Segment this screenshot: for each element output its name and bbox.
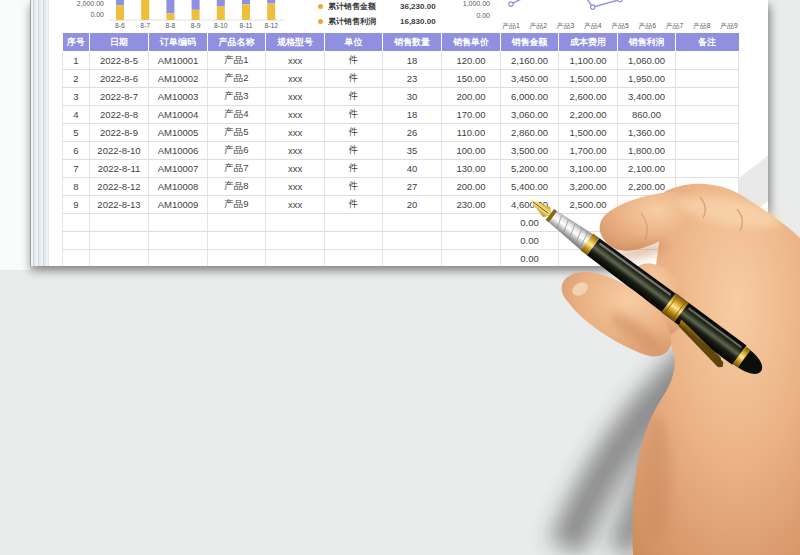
table-cell[interactable]	[208, 232, 266, 250]
table-cell[interactable]	[90, 232, 149, 250]
line-marker[interactable]	[591, 5, 595, 9]
table-cell[interactable]: xxx	[266, 178, 325, 196]
table-cell[interactable]: AM10006	[149, 142, 208, 160]
table-cell[interactable]: 件	[325, 160, 383, 178]
table-cell[interactable]: 18	[383, 52, 442, 70]
table-cell[interactable]: 3	[63, 88, 90, 106]
table-cell[interactable]: AM10004	[149, 106, 208, 124]
sales-bar-chart[interactable]: 8-68-78-88-98-108-118-12	[108, 0, 288, 30]
column-header[interactable]: 成本费用	[559, 33, 618, 52]
table-cell[interactable]: 产品3	[208, 88, 266, 106]
table-cell[interactable]: 2	[63, 70, 90, 88]
table-cell[interactable]: 产品2	[208, 70, 266, 88]
column-header[interactable]: 销售利润	[618, 33, 676, 52]
table-cell[interactable]: 件	[325, 196, 383, 214]
table-cell[interactable]	[325, 250, 383, 267]
table-cell[interactable]: 件	[325, 124, 383, 142]
table-cell[interactable]: 2022-8-6	[90, 70, 149, 88]
table-cell[interactable]: 件	[325, 70, 383, 88]
column-header[interactable]: 销售金额	[501, 33, 559, 52]
table-cell[interactable]: 产品9	[208, 196, 266, 214]
bar-segment-amount[interactable]	[217, 0, 225, 7]
table-cell[interactable]	[208, 250, 266, 267]
table-cell[interactable]: 件	[325, 88, 383, 106]
table-cell[interactable]	[63, 214, 90, 232]
table-cell[interactable]	[208, 214, 266, 232]
table-cell[interactable]	[676, 52, 739, 70]
table-cell[interactable]: 150.00	[442, 70, 501, 88]
table-cell[interactable]: AM10001	[149, 52, 208, 70]
table-cell[interactable]: 产品7	[208, 160, 266, 178]
column-header[interactable]: 日期	[90, 33, 149, 52]
table-cell[interactable]: AM10005	[149, 124, 208, 142]
column-header[interactable]: 销售单价	[442, 33, 501, 52]
table-cell[interactable]: 2,160.00	[501, 52, 559, 70]
table-cell[interactable]: 产品8	[208, 178, 266, 196]
table-cell[interactable]: 2022-8-9	[90, 124, 149, 142]
legend-item-sales-profit[interactable]: 累计销售利润 16,830.00	[318, 15, 436, 27]
table-cell[interactable]	[676, 88, 739, 106]
table-cell[interactable]: 4	[63, 106, 90, 124]
table-cell[interactable]: 7	[63, 160, 90, 178]
table-cell[interactable]: 9	[63, 196, 90, 214]
table-cell[interactable]: 2022-8-12	[90, 178, 149, 196]
table-cell[interactable]: 2,600.00	[559, 88, 618, 106]
table-cell[interactable]: 120.00	[442, 52, 501, 70]
table-cell[interactable]	[325, 214, 383, 232]
table-cell[interactable]: 23	[383, 70, 442, 88]
bar-segment-amount[interactable]	[116, 0, 124, 5]
table-cell[interactable]: 1,060.00	[618, 52, 676, 70]
table-cell[interactable]: xxx	[266, 142, 325, 160]
table-cell[interactable]	[266, 232, 325, 250]
bar-segment-profit[interactable]	[192, 10, 200, 20]
table-cell[interactable]: AM10007	[149, 160, 208, 178]
column-header[interactable]: 产品名称	[208, 33, 266, 52]
table-cell[interactable]: 产品4	[208, 106, 266, 124]
legend-item-sales-amount[interactable]: 累计销售金额 36,230.00	[318, 0, 436, 12]
table-cell[interactable]	[325, 232, 383, 250]
table-cell[interactable]: 产品5	[208, 124, 266, 142]
table-cell[interactable]: 2022-8-8	[90, 106, 149, 124]
table-cell[interactable]: xxx	[266, 106, 325, 124]
table-cell[interactable]: xxx	[266, 124, 325, 142]
table-cell[interactable]: 件	[325, 178, 383, 196]
line-marker[interactable]	[509, 2, 513, 6]
table-cell[interactable]: 1,100.00	[559, 52, 618, 70]
table-cell[interactable]	[149, 214, 208, 232]
column-header[interactable]: 销售数量	[383, 33, 442, 52]
table-cell[interactable]	[266, 214, 325, 232]
table-cell[interactable]: 产品1	[208, 52, 266, 70]
table-cell[interactable]: 产品6	[208, 142, 266, 160]
table-cell[interactable]: xxx	[266, 88, 325, 106]
table-cell[interactable]: 1,950.00	[618, 70, 676, 88]
table-cell[interactable]: 件	[325, 142, 383, 160]
table-cell[interactable]: 件	[325, 52, 383, 70]
bar-segment-amount[interactable]	[166, 0, 174, 14]
bar-segment-profit[interactable]	[267, 4, 275, 21]
table-cell[interactable]: 1	[63, 52, 90, 70]
table-cell[interactable]: 6	[63, 142, 90, 160]
table-cell[interactable]	[149, 232, 208, 250]
bar-segment-profit[interactable]	[217, 7, 225, 21]
table-cell[interactable]: 3,450.00	[501, 70, 559, 88]
bar-segment-profit[interactable]	[166, 14, 174, 20]
table-cell[interactable]: 2022-8-11	[90, 160, 149, 178]
table-cell[interactable]: 3,400.00	[618, 88, 676, 106]
table-cell[interactable]	[63, 232, 90, 250]
bar-segment-profit[interactable]	[141, 0, 149, 20]
bar-segment-profit[interactable]	[242, 4, 250, 20]
table-cell[interactable]: 30	[383, 88, 442, 106]
table-cell[interactable]: 1,500.00	[559, 70, 618, 88]
bar-segment-amount[interactable]	[242, 0, 250, 4]
column-header[interactable]: 单位	[325, 33, 383, 52]
bar-segment-profit[interactable]	[116, 5, 124, 20]
table-cell[interactable]: xxx	[266, 70, 325, 88]
table-cell[interactable]	[149, 250, 208, 267]
table-cell[interactable]: 6,000.00	[501, 88, 559, 106]
table-cell[interactable]: 5	[63, 124, 90, 142]
bar-segment-amount[interactable]	[192, 0, 200, 10]
column-header[interactable]: 序号	[63, 33, 90, 52]
profit-line-chart[interactable]: 产品1产品2产品3产品4产品5产品6产品7产品8产品9	[498, 0, 768, 30]
column-header[interactable]: 订单编码	[149, 33, 208, 52]
table-cell[interactable]: 200.00	[442, 88, 501, 106]
